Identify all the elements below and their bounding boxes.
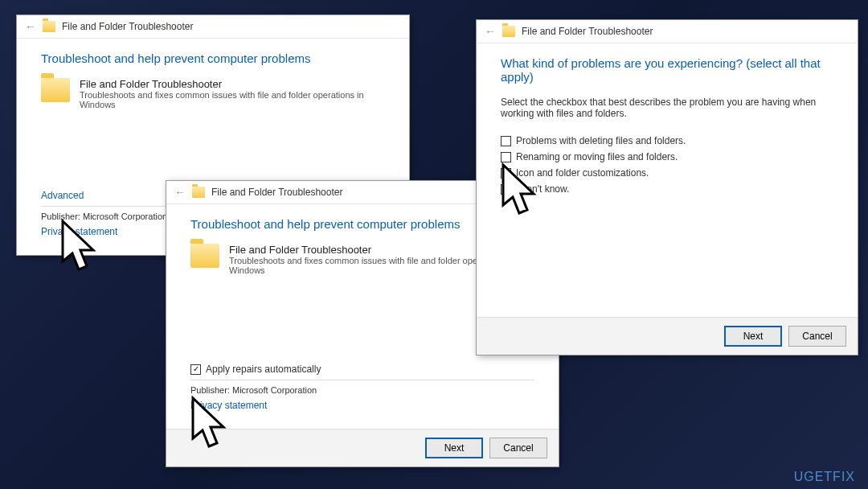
publisher-value: Microsoft Corporation <box>83 212 167 221</box>
button-row: Next Cancel <box>477 317 858 355</box>
window-title: File and Folder Troubleshooter <box>522 26 653 37</box>
checkbox[interactable] <box>501 136 511 146</box>
watermark: UGETFIX <box>794 470 855 484</box>
instruction-text: Select the checkbox that best describes … <box>501 97 833 119</box>
publisher-label: Publisher: <box>190 385 230 395</box>
checkbox[interactable] <box>501 184 511 195</box>
next-button[interactable]: Next <box>724 326 782 347</box>
back-arrow-icon[interactable]: ← <box>25 20 36 33</box>
option-deleting[interactable]: Problems with deleting files and folders… <box>501 135 833 146</box>
cancel-button[interactable]: Cancel <box>489 438 547 458</box>
option-unknown[interactable]: I don't know. <box>501 183 833 195</box>
button-row: Next Cancel <box>166 429 559 466</box>
apply-repairs-label: Apply repairs automatically <box>206 364 321 375</box>
option-customizations[interactable]: Icon and folder customizations. <box>501 167 833 179</box>
privacy-link[interactable]: Privacy statement <box>190 400 534 411</box>
folder-icon <box>190 244 219 268</box>
back-arrow-icon[interactable]: ← <box>174 186 186 199</box>
next-button[interactable]: Next <box>425 438 483 458</box>
folder-icon <box>192 187 205 198</box>
publisher-label: Publisher: <box>41 212 80 221</box>
item-description: Troubleshoots and fixes common issues wi… <box>80 90 385 109</box>
troubleshooter-item: File and Folder Troubleshooter Troublesh… <box>41 78 385 109</box>
publisher-value: Microsoft Corporation <box>232 385 317 395</box>
page-heading: Troubleshoot and help prevent computer p… <box>41 51 385 65</box>
option-renaming[interactable]: Renaming or moving files and folders. <box>501 151 833 162</box>
option-label: Icon and folder customizations. <box>516 167 649 179</box>
checkbox[interactable] <box>501 168 511 179</box>
option-label: Renaming or moving files and folders. <box>516 151 678 162</box>
troubleshooter-window-3: ← File and Folder Troubleshooter What ki… <box>476 19 858 355</box>
content-area: What kind of problems are you experienci… <box>477 43 858 220</box>
option-label: Problems with deleting files and folders… <box>516 135 686 146</box>
folder-icon <box>41 78 70 102</box>
item-title: File and Folder Troubleshooter <box>80 78 385 90</box>
apply-repairs-row[interactable]: Apply repairs automatically <box>190 364 534 375</box>
titlebar: ← File and Folder Troubleshooter <box>477 20 858 43</box>
folder-icon <box>502 26 515 37</box>
publisher-row: Publisher: Microsoft Corporation <box>190 385 534 395</box>
divider <box>190 380 534 380</box>
page-heading: What kind of problems are you experienci… <box>501 56 833 84</box>
window-title: File and Folder Troubleshooter <box>211 187 342 198</box>
checkbox[interactable] <box>501 152 511 162</box>
back-arrow-icon[interactable]: ← <box>485 25 496 38</box>
cancel-button[interactable]: Cancel <box>788 326 846 347</box>
option-list: Problems with deleting files and folders… <box>501 135 833 195</box>
titlebar: ← File and Folder Troubleshooter <box>17 15 409 39</box>
apply-repairs-checkbox[interactable] <box>190 364 201 375</box>
option-label: I don't know. <box>516 183 569 195</box>
folder-icon <box>43 21 55 32</box>
window-title: File and Folder Troubleshooter <box>62 21 193 32</box>
